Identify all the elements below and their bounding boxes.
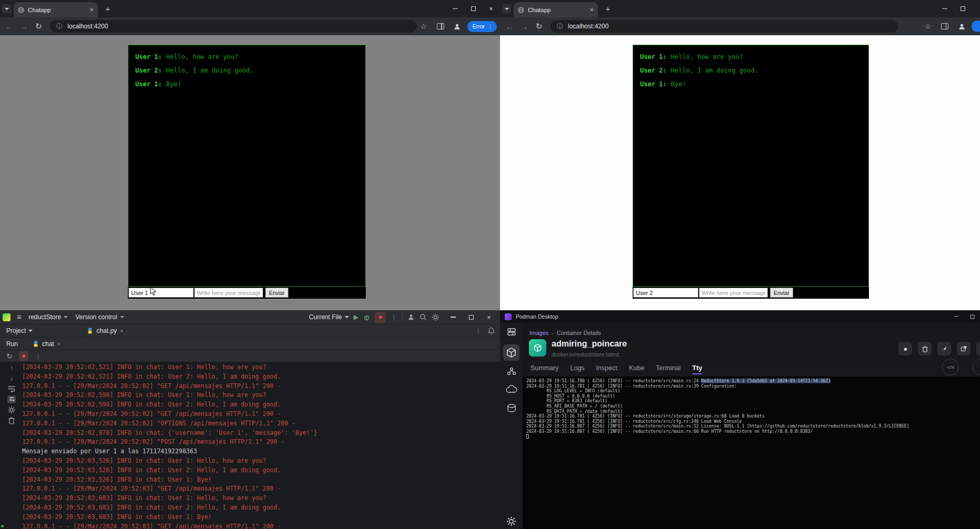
reload-icon[interactable]: ↻ <box>532 22 546 31</box>
back-icon[interactable]: ← <box>502 22 517 31</box>
rerun-icon[interactable]: ↻ <box>6 352 13 360</box>
main-menu-icon[interactable]: ≡ <box>17 313 21 321</box>
profile-icon[interactable] <box>451 19 464 33</box>
more-actions-button[interactable] <box>976 342 980 355</box>
debug-bug-icon[interactable] <box>363 314 370 321</box>
container-detail-tab[interactable]: Terminal <box>656 364 681 374</box>
delete-container-button[interactable] <box>918 342 932 355</box>
new-tab-button[interactable]: + <box>103 4 113 13</box>
reload-icon[interactable]: ↻ <box>31 22 46 31</box>
scroll-up-icon[interactable]: ↑ <box>7 364 16 372</box>
tab-search-button[interactable] <box>2 4 11 13</box>
error-badge-label: Error <box>473 23 485 29</box>
container-detail-tab[interactable]: Summary <box>531 364 558 374</box>
scroll-down-icon[interactable]: ↓ <box>7 374 16 382</box>
minimize-button[interactable] <box>446 0 464 17</box>
bookmark-star-icon[interactable]: ☆ <box>417 19 431 33</box>
project-selector[interactable]: reductStore <box>28 313 68 321</box>
minimize-button[interactable] <box>936 0 954 17</box>
settings-gear-icon[interactable] <box>432 313 439 321</box>
nav-volumes-icon[interactable] <box>500 403 523 413</box>
editor-tab-chat-py[interactable]: chat.py × <box>83 324 126 337</box>
console-settings-gear-icon[interactable] <box>7 406 16 414</box>
new-tab-button[interactable]: + <box>603 4 613 13</box>
console-log-line: [2024-03-29 20:52:03,526] INFO in chat: … <box>22 475 500 485</box>
tab-strip: Chatapp × + <box>500 0 980 17</box>
minimize-button[interactable] <box>444 310 462 324</box>
tab-close-icon[interactable]: × <box>57 341 61 347</box>
container-detail-tab[interactable]: Inspect <box>596 364 617 374</box>
bookmark-star-icon[interactable]: ☆ <box>921 19 935 33</box>
forward-icon[interactable]: → <box>17 22 32 31</box>
clear-console-trash-icon[interactable] <box>7 416 16 424</box>
chat-message-user: User 2: <box>640 67 667 74</box>
settings-gear-icon[interactable] <box>500 516 523 526</box>
browser-tab[interactable]: Chatapp × <box>514 2 598 17</box>
address-bar[interactable]: ⓘ localhost:4200 <box>50 20 417 33</box>
notifications-bell-icon[interactable] <box>488 327 495 334</box>
side-panel-icon[interactable] <box>938 19 952 33</box>
user-account-icon[interactable] <box>407 313 415 321</box>
close-button[interactable]: × <box>482 0 500 17</box>
tty-log-line: 2024-03-29 19:51:16.780 ( 4256) [INFO] -… <box>526 379 980 384</box>
stop-button[interactable]: ■ <box>375 312 386 323</box>
forward-icon[interactable]: → <box>517 22 532 31</box>
terminal-cursor <box>526 434 529 439</box>
scroll-to-end-icon[interactable] <box>7 395 16 403</box>
browser-error-badge[interactable]: Error ⋮ <box>467 21 497 32</box>
vcs-selector[interactable]: Version control <box>75 313 124 321</box>
side-panel-icon[interactable] <box>434 19 447 33</box>
container-detail-tab[interactable]: Tty <box>692 364 702 374</box>
minimize-button[interactable] <box>948 310 964 323</box>
maximize-button[interactable] <box>464 0 482 17</box>
tab-close-icon[interactable]: × <box>120 328 123 334</box>
deploy-button[interactable] <box>937 342 951 355</box>
maximize-button[interactable] <box>462 310 480 324</box>
close-button[interactable]: × <box>480 310 498 324</box>
project-tool-window[interactable]: Project <box>6 327 33 334</box>
tty-terminal[interactable]: 2024-03-29 19:51:16.780 ( 4256) [INFO] -… <box>523 377 980 529</box>
more-actions-icon[interactable]: ⋮ <box>391 313 397 321</box>
nav-pods-icon[interactable] <box>500 367 523 377</box>
tab-close-icon[interactable]: × <box>589 6 594 13</box>
chat-message: User 1:Bye! <box>135 77 358 91</box>
message-input[interactable] <box>194 288 263 298</box>
tab-close-icon[interactable]: × <box>89 6 94 13</box>
username-input[interactable] <box>633 288 698 298</box>
site-info-icon[interactable]: ⓘ <box>56 22 63 31</box>
tty-log-line: 2024-03-29 19:51:16.781 ( 4256) [INFO] -… <box>526 414 980 419</box>
nav-images-icon[interactable] <box>500 347 523 358</box>
run-tool-window-label[interactable]: Run <box>6 340 18 348</box>
message-input[interactable] <box>699 288 768 298</box>
send-button[interactable]: Enviar <box>265 288 288 298</box>
globe-icon <box>518 7 524 13</box>
stop-process-button[interactable]: ■ <box>19 351 28 361</box>
run-icon[interactable]: ▶ <box>354 313 358 321</box>
maximize-button[interactable] <box>954 0 972 17</box>
profile-avatar[interactable] <box>972 21 980 32</box>
address-bar[interactable]: ⓘ localhost:4200 <box>551 20 898 33</box>
search-icon[interactable] <box>419 313 427 321</box>
maximize-button[interactable] <box>964 310 980 323</box>
nav-kube-cloud-icon[interactable] <box>500 385 523 393</box>
kebab-menu-icon[interactable]: ⋮ <box>487 23 493 30</box>
more-options-icon[interactable]: ⋮ <box>35 352 42 360</box>
send-button[interactable]: Enviar <box>770 288 793 298</box>
console-log-line: [2024-03-29 20:52:03,603] INFO in chat: … <box>22 494 500 503</box>
run-configuration-selector[interactable]: Current File <box>309 313 349 321</box>
browser-tab[interactable]: Chatapp × <box>14 2 98 17</box>
nav-containers-icon[interactable] <box>500 327 523 337</box>
tab-search-button[interactable] <box>502 4 511 13</box>
username-input[interactable] <box>128 288 194 298</box>
container-detail-tab[interactable]: Kube <box>629 364 644 374</box>
stop-container-button[interactable]: ■ <box>898 342 912 355</box>
container-detail-tab[interactable]: Logs <box>570 364 584 374</box>
open-browser-button[interactable] <box>957 342 971 355</box>
more-options-icon[interactable]: ⋮ <box>475 327 482 335</box>
back-icon[interactable]: ← <box>2 22 17 31</box>
site-info-icon[interactable]: ⓘ <box>557 22 563 31</box>
breadcrumb-images-link[interactable]: Images <box>529 330 548 336</box>
profile-icon[interactable] <box>955 19 968 33</box>
soft-wrap-icon[interactable] <box>7 385 16 393</box>
run-tab-chat[interactable]: chat × <box>33 340 61 348</box>
